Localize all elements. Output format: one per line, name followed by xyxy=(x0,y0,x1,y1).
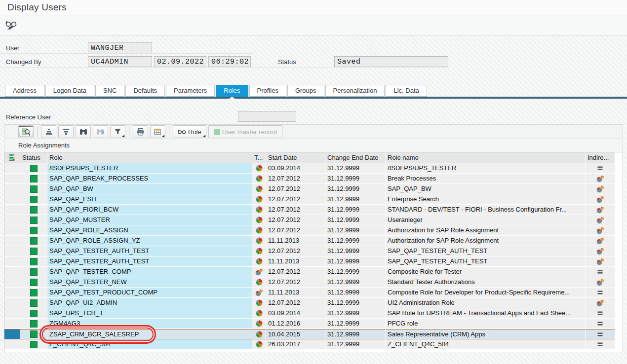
column-header[interactable]: Indire... xyxy=(586,152,615,163)
role-name-cell[interactable]: Authorization for SAP Role Assignment xyxy=(386,225,586,236)
role-name-cell[interactable]: Standard Tester Authorizations xyxy=(386,277,586,288)
role-cell[interactable]: SAP_QAP_TESTER_NEW xyxy=(47,277,252,288)
tab-parameters[interactable]: Parameters xyxy=(166,85,215,97)
role-cell[interactable]: SAP_QAP_TESTER_AUTH_TEST xyxy=(47,256,252,267)
start-date-cell[interactable]: 12.07.2012 xyxy=(266,298,325,308)
row-select-cell[interactable] xyxy=(4,236,20,246)
status-cell[interactable] xyxy=(20,319,47,329)
indirect-cell[interactable] xyxy=(586,215,615,225)
role-button[interactable]: Role xyxy=(173,125,206,138)
role-cell[interactable]: ZGM4AG3 xyxy=(47,319,252,329)
row-select-cell[interactable] xyxy=(4,308,20,319)
row-select-cell[interactable] xyxy=(4,163,20,174)
indirect-cell[interactable] xyxy=(586,236,615,246)
row-select-cell[interactable] xyxy=(4,256,20,267)
indirect-cell[interactable] xyxy=(586,246,615,256)
role-type-cell[interactable] xyxy=(252,256,266,267)
select-all-header[interactable] xyxy=(4,152,20,163)
column-header[interactable]: T... xyxy=(252,152,266,163)
indirect-cell[interactable] xyxy=(586,174,615,184)
row-select-cell[interactable] xyxy=(4,225,20,236)
role-type-cell[interactable] xyxy=(252,163,266,174)
role-type-cell[interactable] xyxy=(252,215,266,225)
end-date-cell[interactable]: 31.12.9999 xyxy=(325,225,386,236)
tab-address[interactable]: Address xyxy=(5,85,44,97)
tab-roles[interactable]: Roles xyxy=(216,85,248,97)
end-date-cell[interactable]: 31.12.9999 xyxy=(325,267,386,277)
column-header[interactable]: Role xyxy=(47,152,252,163)
role-name-cell[interactable]: PFCG role xyxy=(386,319,586,329)
status-cell[interactable] xyxy=(20,225,47,236)
start-date-cell[interactable]: 12.07.2012 xyxy=(266,184,325,194)
start-date-cell[interactable]: 12.07.2012 xyxy=(266,277,325,288)
status-cell[interactable] xyxy=(20,163,47,174)
start-date-cell[interactable]: 12.07.2012 xyxy=(266,246,325,256)
row-select-cell[interactable] xyxy=(4,174,20,184)
end-date-cell[interactable]: 31.12.9999 xyxy=(325,236,386,246)
role-cell[interactable]: /ISDFPS/UPS_TESTER xyxy=(47,163,252,174)
role-name-cell[interactable]: /ISDFPS/UPS_TESTER xyxy=(386,163,586,174)
changed-date-field[interactable] xyxy=(154,56,206,67)
status-cell[interactable] xyxy=(20,174,47,184)
role-cell[interactable]: SAP_UPS_TCR_T xyxy=(47,308,252,319)
user-master-record-button[interactable]: User master record xyxy=(208,125,282,138)
changed-by-field[interactable] xyxy=(88,56,152,67)
find-next-button[interactable] xyxy=(93,125,108,138)
row-select-cell[interactable] xyxy=(4,298,20,308)
role-type-cell[interactable] xyxy=(252,205,266,215)
row-select-cell[interactable] xyxy=(4,194,20,205)
end-date-cell[interactable]: 31.12.9999 xyxy=(325,194,386,205)
role-type-cell[interactable] xyxy=(252,194,266,205)
start-date-cell[interactable]: 26.03.2017 xyxy=(266,339,325,350)
start-date-cell[interactable]: 11.11.2013 xyxy=(266,256,325,267)
end-date-cell[interactable]: 31.12.9999 xyxy=(325,319,386,329)
end-date-cell[interactable]: 31.12.9999 xyxy=(325,256,386,267)
indirect-cell[interactable] xyxy=(586,184,615,194)
role-name-cell[interactable]: UI2 Administration Role xyxy=(386,298,586,308)
status-cell[interactable] xyxy=(20,339,47,350)
role-type-cell[interactable] xyxy=(252,236,266,246)
row-select-cell[interactable] xyxy=(4,267,20,277)
role-name-cell[interactable]: Break Processes xyxy=(386,174,586,184)
end-date-cell[interactable]: 31.12.9999 xyxy=(325,339,386,350)
status-cell[interactable] xyxy=(20,288,47,298)
indirect-cell[interactable] xyxy=(586,256,615,267)
role-type-cell[interactable] xyxy=(252,174,266,184)
indirect-cell[interactable] xyxy=(586,277,615,288)
role-type-cell[interactable] xyxy=(252,329,266,339)
status-cell[interactable] xyxy=(20,298,47,308)
display-change-button[interactable] xyxy=(4,19,19,33)
column-header[interactable]: Start Date xyxy=(266,152,325,163)
status-cell[interactable] xyxy=(20,205,47,215)
role-type-cell[interactable] xyxy=(252,277,266,288)
start-date-cell[interactable]: 12.07.2012 xyxy=(266,205,325,215)
role-type-cell[interactable] xyxy=(252,319,266,329)
role-cell[interactable]: Z_CLIENT_Q4C_504 xyxy=(47,339,252,350)
start-date-cell[interactable]: 12.07.2012 xyxy=(266,194,325,205)
status-cell[interactable] xyxy=(20,277,47,288)
start-date-cell[interactable]: 12.07.2012 xyxy=(266,267,325,277)
start-date-cell[interactable]: 12.07.2012 xyxy=(266,215,325,225)
role-name-cell[interactable]: Sales Representative (CRM) Apps xyxy=(386,329,586,339)
role-cell[interactable]: SAP_QAP_TEST_PRODUCT_COMP xyxy=(47,288,252,298)
role-type-cell[interactable] xyxy=(252,339,266,350)
end-date-cell[interactable]: 31.12.9999 xyxy=(325,174,386,184)
status-cell[interactable] xyxy=(20,308,47,319)
role-name-cell[interactable]: SAP Role for UPSTREAM - Transactional Ap… xyxy=(386,308,586,319)
role-type-cell[interactable] xyxy=(252,225,266,236)
start-date-cell[interactable]: 11.11.2013 xyxy=(266,236,325,246)
row-select-cell[interactable] xyxy=(4,246,20,256)
row-select-cell[interactable] xyxy=(4,319,20,329)
role-type-cell[interactable] xyxy=(252,308,266,319)
indirect-cell[interactable] xyxy=(586,329,615,339)
tab-personalization[interactable]: Personalization xyxy=(325,85,385,97)
sort-ascending-button[interactable] xyxy=(41,125,56,138)
role-name-cell[interactable]: SAP_QAP_TESTER_AUTH_TEST xyxy=(386,256,586,267)
indirect-cell[interactable] xyxy=(586,205,615,215)
role-name-cell[interactable]: STANDARD - DEV/TEST - FIORI - Business C… xyxy=(386,205,586,215)
role-cell[interactable]: SAP_QAP_ROLE_ASSIGN xyxy=(47,225,252,236)
role-name-cell[interactable]: Authorization for SAP Role Assignment xyxy=(386,236,586,246)
role-cell[interactable]: ZSAP_CRM_BCR_SALESREP xyxy=(47,329,252,339)
status-cell[interactable] xyxy=(20,256,47,267)
column-header[interactable]: Change End Date xyxy=(325,152,386,163)
